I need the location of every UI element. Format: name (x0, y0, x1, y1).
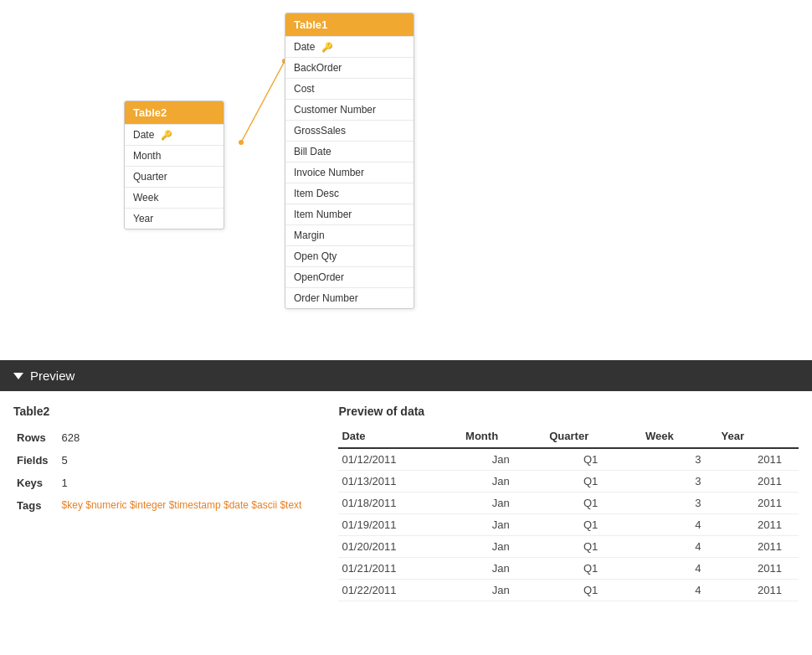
table-cell: Q1 (546, 448, 642, 471)
table-cell: 2011 (718, 536, 799, 558)
table-row: 01/21/2011JanQ142011 (338, 558, 799, 580)
table-row: 01/13/2011JanQ132011 (338, 471, 799, 493)
data-header-row: Date Month Quarter Week Year (338, 426, 799, 448)
table-cell: 2011 (718, 471, 799, 493)
table-row: 01/20/2011JanQ142011 (338, 536, 799, 558)
table1-row-itemdesc: Item Desc (285, 183, 414, 204)
table1-box: Table1 Date 🔑 BackOrder Cost Customer Nu… (285, 13, 414, 309)
table2-row-date: Date 🔑 (125, 124, 224, 145)
table1-row-openqty: Open Qty (285, 245, 414, 266)
table-cell: Q1 (546, 536, 642, 558)
collapse-triangle[interactable] (13, 373, 23, 379)
meta-section: Table2 Rows 628 Fields 5 Keys 1 Tags $ke… (13, 405, 305, 601)
table1-row-invoicenumber: Invoice Number (285, 162, 414, 183)
table1-row-ordernumber: Order Number (285, 287, 414, 308)
table1-header: Table1 (285, 13, 414, 36)
table-cell: 01/22/2011 (338, 580, 462, 601)
svg-point-1 (239, 140, 244, 145)
meta-row-fields: Fields 5 (13, 449, 305, 472)
table-cell: Jan (462, 580, 546, 601)
table-row: 01/19/2011JanQ142011 (338, 514, 799, 536)
table-row: 01/18/2011JanQ132011 (338, 493, 799, 514)
table-cell: 3 (642, 493, 718, 514)
table1-row-itemnumber: Item Number (285, 204, 414, 224)
table-cell: 2011 (718, 493, 799, 514)
meta-row-tags: Tags $key $numeric $integer $timestamp $… (13, 494, 305, 517)
table-cell: Q1 (546, 471, 642, 493)
table2-box: Table2 Date 🔑 Month Quarter Week Year (124, 101, 224, 230)
keys-label: Keys (13, 472, 59, 494)
col-header-date: Date (338, 426, 462, 448)
data-section-title: Preview of data (338, 405, 799, 418)
fields-value: 5 (59, 449, 306, 472)
table-cell: 01/21/2011 (338, 558, 462, 580)
table-cell: Q1 (546, 514, 642, 536)
table-cell: Jan (462, 536, 546, 558)
table-cell: 01/19/2011 (338, 514, 462, 536)
table-cell: 4 (642, 536, 718, 558)
tags-label: Tags (13, 494, 59, 517)
table-cell: 3 (642, 448, 718, 471)
table-cell: 2011 (718, 514, 799, 536)
preview-header: Preview (0, 360, 812, 391)
schema-diagram: Table1 Date 🔑 BackOrder Cost Customer Nu… (0, 0, 812, 360)
data-preview-table: Date Month Quarter Week Year 01/12/2011J… (338, 426, 799, 601)
table-cell: 01/20/2011 (338, 536, 462, 558)
table-row: 01/12/2011JanQ132011 (338, 448, 799, 471)
fields-label: Fields (13, 449, 59, 472)
tags-value: $key $numeric $integer $timestamp $date … (59, 494, 306, 517)
keys-value: 1 (59, 472, 306, 494)
table-cell: Jan (462, 514, 546, 536)
table2-header: Table2 (125, 101, 224, 124)
table1-row-date: Date 🔑 (285, 36, 414, 57)
meta-table-name: Table2 (13, 405, 305, 418)
table-cell: Jan (462, 558, 546, 580)
meta-table: Rows 628 Fields 5 Keys 1 Tags $key $nume… (13, 426, 305, 517)
table-cell: 4 (642, 558, 718, 580)
meta-row-keys: Keys 1 (13, 472, 305, 494)
svg-line-0 (241, 61, 285, 142)
table-cell: 01/13/2011 (338, 471, 462, 493)
table-cell: Jan (462, 471, 546, 493)
meta-row-rows: Rows 628 (13, 426, 305, 449)
table1-row-backorder: BackOrder (285, 57, 414, 78)
table-cell: Q1 (546, 558, 642, 580)
table2-row-month: Month (125, 145, 224, 166)
table-row: 01/22/2011JanQ142011 (338, 580, 799, 601)
table-cell: 01/12/2011 (338, 448, 462, 471)
table-cell: 4 (642, 580, 718, 601)
table-cell: 3 (642, 471, 718, 493)
key-icon-date: 🔑 (321, 42, 333, 52)
col-header-month: Month (462, 426, 546, 448)
table-cell: 2011 (718, 448, 799, 471)
table1-row-customernumber: Customer Number (285, 99, 414, 120)
table-cell: 2011 (718, 558, 799, 580)
table-cell: 01/18/2011 (338, 493, 462, 514)
table-cell: Jan (462, 448, 546, 471)
table1-row-grosssales: GrossSales (285, 120, 414, 141)
table-cell: Q1 (546, 580, 642, 601)
table-cell: 2011 (718, 580, 799, 601)
table-cell: Jan (462, 493, 546, 514)
table2-row-year: Year (125, 208, 224, 229)
col-header-year: Year (718, 426, 799, 448)
table1-row-cost: Cost (285, 78, 414, 99)
table1-row-margin: Margin (285, 224, 414, 245)
preview-title: Preview (30, 369, 75, 383)
table2-row-week: Week (125, 187, 224, 208)
table-cell: Q1 (546, 493, 642, 514)
table2-row-quarter: Quarter (125, 166, 224, 187)
table-cell: 4 (642, 514, 718, 536)
table1-row-openorder: OpenOrder (285, 266, 414, 287)
col-header-week: Week (642, 426, 718, 448)
preview-body: Table2 Rows 628 Fields 5 Keys 1 Tags $ke… (0, 391, 812, 615)
col-header-quarter: Quarter (546, 426, 642, 448)
data-section: Preview of data Date Month Quarter Week … (338, 405, 799, 601)
table1-row-billdate: Bill Date (285, 141, 414, 162)
rows-label: Rows (13, 426, 59, 449)
key-icon-date2: 🔑 (161, 130, 172, 140)
rows-value: 628 (59, 426, 306, 449)
